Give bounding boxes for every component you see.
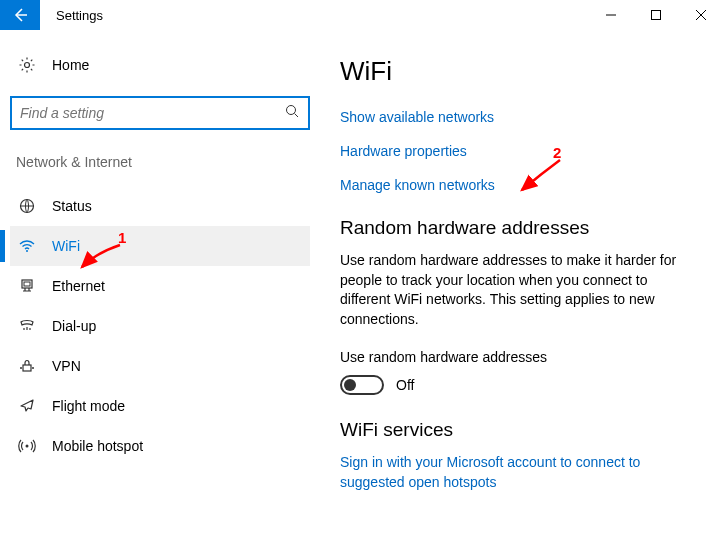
annotation-1: 1 bbox=[118, 229, 126, 246]
svg-point-1 bbox=[25, 63, 30, 68]
hotspot-icon bbox=[16, 437, 38, 455]
maximize-button[interactable] bbox=[633, 0, 678, 30]
dialup-icon bbox=[16, 317, 38, 335]
wifi-services-title: WiFi services bbox=[340, 419, 703, 441]
sidebar-item-label: Dial-up bbox=[52, 318, 96, 334]
svg-point-2 bbox=[287, 106, 296, 115]
ethernet-icon bbox=[16, 277, 38, 295]
wifi-icon bbox=[16, 237, 38, 255]
sidebar-item-ethernet[interactable]: Ethernet bbox=[10, 266, 310, 306]
annotation-2: 2 bbox=[553, 144, 561, 161]
home-nav[interactable]: Home bbox=[10, 48, 310, 82]
arrow-left-icon bbox=[11, 6, 29, 24]
svg-rect-6 bbox=[24, 282, 30, 286]
sidebar-item-label: Status bbox=[52, 198, 92, 214]
random-hw-title: Random hardware addresses bbox=[340, 217, 703, 239]
search-box[interactable] bbox=[10, 96, 310, 130]
svg-point-4 bbox=[26, 250, 28, 252]
airplane-icon bbox=[16, 397, 38, 415]
sidebar-item-label: Flight mode bbox=[52, 398, 125, 414]
minimize-button[interactable] bbox=[588, 0, 633, 30]
link-show-networks[interactable]: Show available networks bbox=[340, 109, 703, 125]
page-title: WiFi bbox=[340, 56, 703, 87]
toggle-label: Use random hardware addresses bbox=[340, 349, 703, 365]
home-label: Home bbox=[52, 57, 89, 73]
titlebar: Settings bbox=[0, 0, 723, 30]
sidebar-item-label: Mobile hotspot bbox=[52, 438, 143, 454]
sidebar-item-vpn[interactable]: VPN bbox=[10, 346, 310, 386]
sidebar-item-flight[interactable]: Flight mode bbox=[10, 386, 310, 426]
toggle-state: Off bbox=[396, 377, 414, 393]
annotation-arrow-2 bbox=[516, 156, 566, 196]
back-button[interactable] bbox=[0, 0, 40, 30]
sidebar-item-hotspot[interactable]: Mobile hotspot bbox=[10, 426, 310, 466]
window-title: Settings bbox=[56, 8, 588, 23]
status-icon bbox=[16, 197, 38, 215]
annotation-arrow-1 bbox=[76, 243, 126, 273]
svg-point-8 bbox=[20, 367, 22, 369]
window-controls bbox=[588, 0, 723, 30]
random-hw-desc: Use random hardware addresses to make it… bbox=[340, 251, 680, 329]
sidebar-item-status[interactable]: Status bbox=[10, 186, 310, 226]
sidebar-item-label: Ethernet bbox=[52, 278, 105, 294]
svg-rect-0 bbox=[651, 11, 660, 20]
search-input[interactable] bbox=[20, 105, 284, 121]
main-panel: WiFi Show available networks Hardware pr… bbox=[320, 30, 723, 550]
link-signin-ms[interactable]: Sign in with your Microsoft account to c… bbox=[340, 453, 680, 492]
search-icon bbox=[284, 103, 300, 123]
svg-rect-7 bbox=[23, 365, 31, 371]
sidebar: Home Network & Internet Status WiFi bbox=[0, 30, 320, 550]
toggle-knob bbox=[344, 379, 356, 391]
svg-point-10 bbox=[26, 445, 29, 448]
sidebar-item-dialup[interactable]: Dial-up bbox=[10, 306, 310, 346]
gear-icon bbox=[16, 56, 38, 74]
close-button[interactable] bbox=[678, 0, 723, 30]
sidebar-item-label: VPN bbox=[52, 358, 81, 374]
toggle-row: Off bbox=[340, 375, 703, 395]
category-label: Network & Internet bbox=[10, 154, 310, 170]
svg-point-9 bbox=[32, 367, 34, 369]
sidebar-item-wifi[interactable]: WiFi bbox=[10, 226, 310, 266]
vpn-icon bbox=[16, 357, 38, 375]
random-hw-toggle[interactable] bbox=[340, 375, 384, 395]
